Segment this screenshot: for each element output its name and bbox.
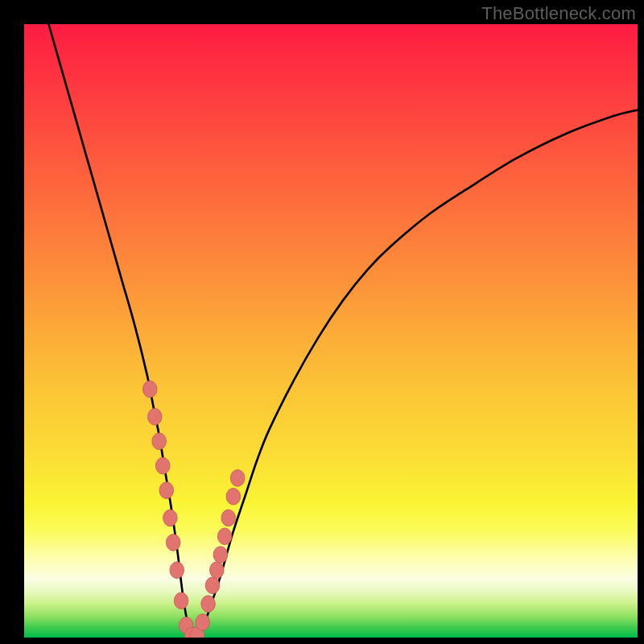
marker-dot <box>205 577 220 594</box>
marker-dot <box>163 510 178 526</box>
marker-dot <box>226 488 241 505</box>
chart-svg <box>24 24 638 638</box>
marker-dot <box>230 470 245 487</box>
marker-dot <box>213 547 228 564</box>
marker-dot <box>152 433 167 450</box>
marker-dot <box>221 510 236 526</box>
highlight-dots <box>142 381 244 638</box>
marker-dot <box>142 381 157 398</box>
marker-dot <box>196 614 210 631</box>
outer-frame: TheBottleneck.com <box>0 0 644 644</box>
marker-dot <box>148 408 163 425</box>
marker-dot <box>174 592 188 609</box>
plot-area <box>24 24 638 638</box>
marker-dot <box>159 482 174 499</box>
watermark-text: TheBottleneck.com <box>481 3 636 24</box>
marker-dot <box>166 535 180 551</box>
bottleneck-curve <box>48 24 638 638</box>
marker-dot <box>210 562 225 579</box>
marker-dot <box>217 528 232 545</box>
marker-dot <box>170 562 184 579</box>
marker-dot <box>201 596 216 613</box>
marker-dot <box>155 457 170 474</box>
